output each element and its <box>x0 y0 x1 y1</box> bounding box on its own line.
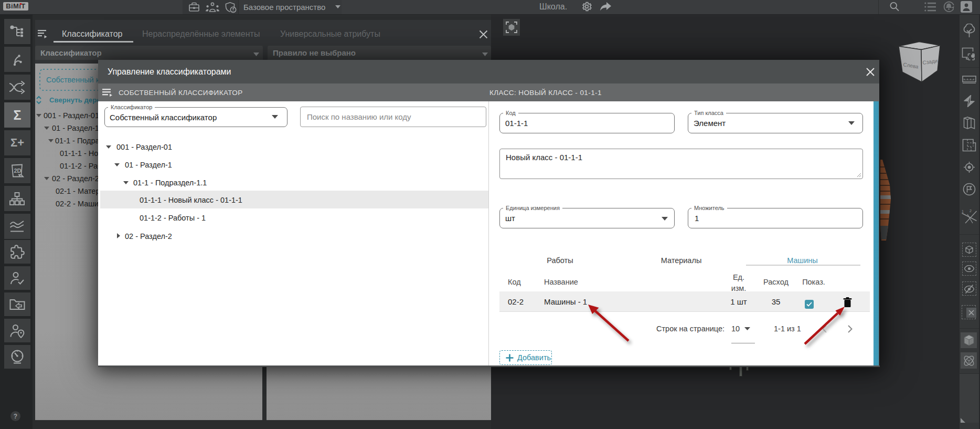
svg-text:1: 1 <box>962 210 964 213</box>
svg-text:2D: 2D <box>14 168 22 174</box>
svg-text:2: 2 <box>970 209 972 213</box>
